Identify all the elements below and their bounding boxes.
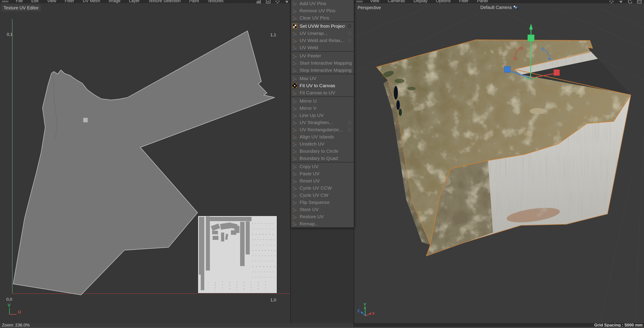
peeler-icon bbox=[292, 53, 297, 58]
menu-item[interactable]: Reset UV bbox=[291, 177, 354, 184]
weld-relax-icon bbox=[292, 38, 297, 43]
menubar-item[interactable]: Layer bbox=[125, 0, 144, 3]
menu-item[interactable]: Boundary to Quad bbox=[291, 155, 354, 162]
gear-options-icon[interactable] bbox=[347, 38, 352, 43]
menu-item[interactable]: UV Weld and Relax... bbox=[291, 37, 354, 44]
menu-item[interactable]: Mirror V bbox=[291, 105, 354, 112]
menu-item[interactable]: Copy UV bbox=[291, 163, 354, 170]
viewport-menu-items: ViewCamerasDisplayOptionsFilterPanel bbox=[366, 0, 492, 3]
menu-item[interactable]: Boundary to Circle bbox=[291, 148, 354, 155]
active-camera-label[interactable]: Default Camera bbox=[354, 5, 644, 11]
menu-item[interactable]: Stop Interactive Mapping bbox=[291, 67, 354, 74]
menu-item[interactable]: Unstitch UV bbox=[291, 140, 354, 148]
gizmo-y-handle[interactable] bbox=[528, 35, 534, 41]
perspective-viewport[interactable]: Y Z X bbox=[354, 0, 644, 323]
menu-item[interactable]: Store UV bbox=[291, 206, 354, 213]
uv-zoom-status: Zoom: 236.0% bbox=[0, 323, 354, 327]
camera-icon[interactable] bbox=[513, 5, 518, 11]
dead-sea-water bbox=[394, 86, 398, 99]
menu-item[interactable]: Clear UV Pins bbox=[291, 14, 354, 21]
histogram-icon[interactable] bbox=[256, 0, 262, 3]
menubar-item[interactable]: Texture Selection bbox=[144, 0, 185, 3]
menubar-item[interactable]: Filter bbox=[60, 0, 78, 3]
uv-texture-preview bbox=[198, 216, 277, 293]
menu-item[interactable]: UV Peeler bbox=[291, 52, 354, 59]
menu-item[interactable]: Restore UV bbox=[291, 213, 354, 220]
menu-item[interactable]: Line Up UV bbox=[291, 112, 354, 119]
menubar-item[interactable]: File bbox=[12, 0, 27, 3]
hamburger-menu-icon[interactable] bbox=[356, 0, 363, 3]
uv-editor-canvas[interactable]: 0,1 1,1 0,0 1,0 V U bbox=[0, 0, 291, 323]
uv-corner-label-01: 0,1 bbox=[7, 32, 12, 37]
uv-editor-menubar: FileEditViewFilterUV MeshImageLayerTextu… bbox=[0, 0, 291, 3]
menubar-item[interactable]: Image bbox=[104, 0, 125, 3]
remap-icon bbox=[292, 221, 297, 226]
menu-item[interactable]: UV Straighten... bbox=[291, 119, 354, 126]
uv-corner-label-11: 1,1 bbox=[270, 32, 276, 37]
uv-rectangularize-icon bbox=[292, 127, 297, 132]
align-uv-islands-icon bbox=[292, 134, 297, 139]
menu-item[interactable]: Paste UV bbox=[291, 170, 354, 177]
menubar-item[interactable]: UV Mesh bbox=[78, 0, 104, 3]
interactive-start-icon bbox=[292, 61, 297, 65]
gear-options-icon[interactable] bbox=[347, 24, 352, 28]
menubar-item[interactable]: Paint bbox=[185, 0, 203, 3]
menubar-item[interactable]: Display bbox=[409, 0, 432, 3]
menubar-item[interactable]: View bbox=[43, 0, 60, 3]
menu-item[interactable]: Fit UV to Canvas bbox=[291, 82, 354, 89]
gear-options-icon[interactable] bbox=[347, 120, 352, 125]
gear-options-icon[interactable] bbox=[347, 31, 352, 35]
menu-item[interactable]: Align UV Islands bbox=[291, 133, 354, 140]
menubar-item[interactable]: View bbox=[366, 0, 384, 3]
menubar-item[interactable]: Edit bbox=[27, 0, 43, 3]
pan-view-icon[interactable] bbox=[274, 0, 280, 3]
menu-item[interactable]: Add UV Pins bbox=[291, 0, 354, 7]
max-uv-icon bbox=[292, 76, 297, 81]
gizmo-x-handle[interactable] bbox=[554, 69, 560, 76]
menu-item[interactable]: Flip Sequence bbox=[291, 199, 354, 206]
menu-item[interactable]: UV Weld bbox=[291, 44, 354, 51]
menubar-item[interactable]: Panel bbox=[473, 0, 492, 3]
gizmo-z-handle[interactable] bbox=[504, 66, 510, 72]
menu-item[interactable]: Remap... bbox=[291, 220, 354, 227]
menu-item[interactable]: Fit Canvas to UV bbox=[291, 89, 354, 96]
flip-sequence-icon bbox=[292, 200, 297, 205]
menu-item[interactable]: Cycle UV CW bbox=[291, 192, 354, 199]
toggle-panel-icon[interactable] bbox=[637, 0, 642, 3]
menu-item[interactable]: Max UV bbox=[291, 75, 354, 82]
uv-corner-label-10: 1,0 bbox=[270, 298, 276, 302]
reset-uv-icon bbox=[292, 178, 297, 183]
menubar-item[interactable]: Textures bbox=[203, 0, 228, 3]
frame-region-icon[interactable] bbox=[266, 0, 271, 3]
boundary-quad-icon bbox=[292, 156, 297, 161]
hamburger-menu-icon[interactable] bbox=[2, 0, 8, 3]
uv-selected-point[interactable] bbox=[83, 118, 88, 122]
dolly-view-icon[interactable] bbox=[618, 0, 624, 3]
camera-name: Default Camera bbox=[480, 5, 512, 10]
unstitch-uv-icon bbox=[292, 142, 297, 146]
menubar-item[interactable]: Options bbox=[432, 0, 455, 3]
viewport-menubar: ViewCamerasDisplayOptionsFilterPanel bbox=[354, 0, 644, 3]
menu-item[interactable]: Cycle UV CCW bbox=[291, 184, 354, 192]
gear-options-icon[interactable] bbox=[347, 127, 352, 132]
menu-item[interactable]: Remove UV Pins bbox=[291, 7, 354, 14]
menu-item[interactable]: Start Interactive Mapping bbox=[291, 59, 354, 67]
pin-add-icon bbox=[292, 1, 297, 6]
rotate-view-icon[interactable] bbox=[628, 0, 633, 3]
cycle-uv-ccw-icon bbox=[292, 186, 297, 191]
menubar-item[interactable]: Cameras bbox=[384, 0, 409, 3]
menu-item[interactable]: UV Rectangularize... bbox=[291, 126, 354, 133]
pan-view-icon[interactable] bbox=[609, 0, 614, 3]
window-bottom-edge bbox=[0, 327, 644, 328]
uv-commands-menu: Add UV Pins Remove UV Pins Clear UV Pins… bbox=[291, 0, 354, 228]
menu-item[interactable]: Mirror U bbox=[291, 97, 354, 105]
menu-item[interactable]: Set UVW from Projection... bbox=[291, 22, 354, 30]
svg-text:Y: Y bbox=[364, 303, 366, 307]
menu-item[interactable]: UV Unwrap... bbox=[291, 30, 354, 37]
menubar-item[interactable]: Filter bbox=[455, 0, 473, 3]
mirror-v-icon bbox=[292, 106, 297, 111]
checkerboard-icon bbox=[292, 24, 297, 29]
boundary-circle-icon bbox=[292, 149, 297, 154]
restore-uv-icon bbox=[292, 214, 297, 219]
dolly-view-icon[interactable] bbox=[284, 0, 290, 3]
